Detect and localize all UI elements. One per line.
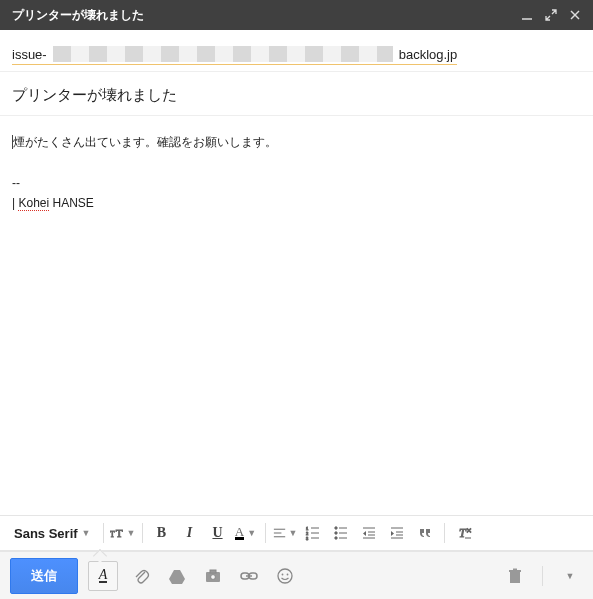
recipient-suffix: backlog.jp [399,47,458,62]
svg-rect-43 [510,572,520,583]
formatting-toggle-button[interactable]: A [88,561,118,591]
svg-rect-45 [513,568,517,570]
align-button[interactable]: ▼ [272,520,298,546]
format-toolbar: Sans Serif ▼ TT ▼ B I U A ▼ ▼ 123 [0,515,593,551]
sig-name2: HANSE [53,196,94,210]
caret-down-icon: ▼ [289,528,298,538]
close-icon[interactable] [563,3,587,27]
expand-icon[interactable] [539,3,563,27]
compose-bottom-bar: 送信 A ▼ [0,551,593,599]
emoji-icon[interactable] [272,563,298,589]
discard-icon[interactable] [502,563,528,589]
drive-icon[interactable] [164,563,190,589]
subject-text: プリンターが壊れました [12,86,177,103]
caret-down-icon: ▼ [127,528,136,538]
svg-text:T: T [115,527,122,539]
caret-down-icon: ▼ [82,528,91,538]
body-line: 煙がたくさん出ています。確認をお願いします。 [13,135,277,149]
svg-point-15 [334,532,336,534]
font-family-label: Sans Serif [14,526,78,541]
compose-title: プリンターが壊れました [12,7,144,24]
font-size-button[interactable]: TT ▼ [110,520,136,546]
svg-point-40 [278,569,292,583]
recipient-prefix: issue- [12,47,47,62]
svg-marker-33 [169,570,185,584]
svg-point-41 [282,573,284,575]
recipient-chip[interactable]: issue- backlog.jp [12,46,457,65]
quote-button[interactable] [412,520,438,546]
link-icon[interactable] [236,563,262,589]
more-options-button[interactable]: ▼ [557,563,583,589]
font-family-select[interactable]: Sans Serif ▼ [8,522,97,545]
svg-text:T: T [110,530,115,539]
unordered-list-button[interactable] [328,520,354,546]
svg-point-16 [334,537,336,539]
svg-marker-24 [363,531,366,536]
recipients-row[interactable]: issue- backlog.jp [0,36,593,72]
bold-button[interactable]: B [149,520,175,546]
svg-point-14 [334,527,336,529]
sig-name1: Kohei [18,196,49,211]
sig-sep: -- [12,173,581,193]
svg-marker-29 [391,531,394,536]
italic-button[interactable]: I [177,520,203,546]
attach-icon[interactable] [128,563,154,589]
indent-more-button[interactable] [384,520,410,546]
message-body[interactable]: 煙がたくさん出ています。確認をお願いします。 -- | Kohei HANSE [0,116,593,515]
send-label: 送信 [31,568,57,583]
svg-text:3: 3 [306,536,309,541]
caret-down-icon: ▼ [247,528,256,538]
compose-titlebar: プリンターが壊れました [0,0,593,30]
photo-icon[interactable] [200,563,226,589]
ordered-list-button[interactable]: 123 [300,520,326,546]
underline-button[interactable]: U [205,520,231,546]
svg-rect-36 [210,570,216,573]
svg-point-42 [287,573,289,575]
svg-text:✕: ✕ [466,527,472,534]
text-color-button[interactable]: A ▼ [233,520,259,546]
indent-less-button[interactable] [356,520,382,546]
remove-format-button[interactable]: T✕ [451,520,477,546]
subject-input[interactable]: プリンターが壊れました [0,72,593,116]
svg-point-35 [211,574,216,579]
minimize-icon[interactable] [515,3,539,27]
send-button[interactable]: 送信 [10,558,78,594]
recipient-redacted [53,46,393,62]
signature: -- | Kohei HANSE [12,173,581,214]
caret-down-icon: ▼ [566,571,575,581]
